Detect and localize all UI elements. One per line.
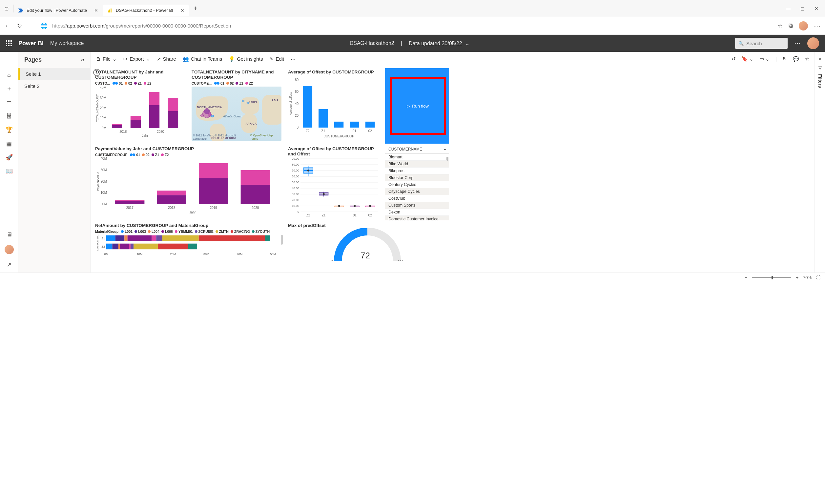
bookmark-icon[interactable]: 🔖 ⌄ bbox=[742, 56, 753, 62]
search-icon: 🔍 bbox=[738, 41, 744, 46]
share-button[interactable]: ↗Share bbox=[157, 56, 176, 62]
svg-text:Average of Offest: Average of Offest bbox=[289, 92, 292, 115]
visual-focus-icon[interactable]: ⟲ bbox=[93, 69, 100, 76]
svg-text:50.00: 50.00 bbox=[292, 181, 299, 184]
url-field[interactable]: 🌐 https://app.powerbi.com/groups/me/repo… bbox=[41, 22, 771, 29]
window-maximize-button[interactable]: ▢ bbox=[801, 6, 805, 11]
goals-icon[interactable]: 🏆 bbox=[6, 127, 12, 133]
favorite-star-icon[interactable]: ☆ bbox=[805, 56, 809, 62]
svg-rect-14 bbox=[131, 116, 141, 120]
workspace-label[interactable]: My workspace bbox=[50, 40, 84, 46]
tile-netamount-hbar[interactable]: NetAmount by CUSTOMERGROUP and MaterialG… bbox=[92, 222, 284, 261]
list-item[interactable]: Bigmart bbox=[385, 154, 449, 161]
datahub-icon[interactable]: 🗄 bbox=[6, 113, 12, 119]
fit-to-page-icon[interactable]: ⛶ bbox=[816, 275, 820, 280]
zoom-slider[interactable] bbox=[752, 277, 791, 278]
settings-menu-icon[interactable]: ⋯ bbox=[814, 22, 820, 30]
list-item[interactable]: CostClub bbox=[385, 195, 449, 202]
status-bar: − + 70% ⛶ bbox=[0, 272, 825, 282]
chat-teams-button[interactable]: 👥Chat in Teams bbox=[183, 56, 222, 62]
workspaces-icon[interactable]: 🖥 bbox=[6, 231, 12, 238]
svg-rect-118 bbox=[134, 244, 158, 250]
list-item[interactable]: Bluestar Corp bbox=[385, 174, 449, 181]
list-item[interactable]: Bike World bbox=[385, 161, 449, 168]
export-menu[interactable]: ↦Export ⌄ bbox=[123, 56, 150, 62]
svg-text:10.00: 10.00 bbox=[292, 204, 299, 207]
run-flow-button[interactable]: ▷ Run flow bbox=[407, 104, 429, 108]
collections-icon[interactable]: ⧉ bbox=[789, 22, 793, 29]
svg-rect-119 bbox=[158, 244, 188, 250]
back-button[interactable]: ← bbox=[5, 22, 11, 29]
home-icon[interactable]: ⌂ bbox=[6, 72, 12, 78]
svg-text:30M: 30M bbox=[100, 96, 106, 100]
tile-customer-list[interactable]: CUSTOMERNAME ▴ BigmartBike WorldBikepros… bbox=[385, 145, 449, 220]
filters-panel-collapsed[interactable]: « ▽ Filters bbox=[815, 52, 825, 272]
map-visual[interactable]: NORTH AMERICA EUROPE ASIA AFRICA SOUTH A… bbox=[192, 87, 282, 141]
close-icon[interactable]: ✕ bbox=[180, 8, 184, 13]
more-options-icon[interactable]: ⋯ bbox=[794, 39, 801, 47]
tile-totalnetamount-jahr[interactable]: TOTALNETAMOUNT by Jahr and CUSTOMERGROUP… bbox=[92, 68, 188, 144]
learn-icon[interactable]: 📖 bbox=[6, 168, 12, 174]
chart-svg: 0M10M20M30M40MPaymentValue20172018201920… bbox=[95, 157, 279, 214]
refresh-button[interactable]: ↻ bbox=[17, 22, 22, 29]
more-toolbar-icon[interactable]: ⋯ bbox=[291, 56, 296, 62]
sort-icon[interactable]: ▴ bbox=[444, 147, 446, 152]
file-menu[interactable]: 🗎File ⌄ bbox=[96, 56, 117, 62]
scrollbar[interactable] bbox=[281, 235, 283, 245]
window-close-button[interactable]: ✕ bbox=[815, 6, 818, 11]
data-updated-dropdown[interactable]: Data updated 30/05/22 ⌄ bbox=[409, 40, 469, 47]
svg-text:90.00: 90.00 bbox=[292, 157, 299, 160]
zoom-in-button[interactable]: + bbox=[796, 275, 799, 280]
svg-marker-0 bbox=[18, 8, 23, 12]
list-item[interactable]: Cityscape Cycles bbox=[385, 188, 449, 195]
close-icon[interactable]: ✕ bbox=[94, 8, 98, 13]
browser-tab-power-bi[interactable]: DSAG-Hackathon2 - Power BI ✕ bbox=[103, 5, 189, 16]
list-item[interactable]: Bikepros bbox=[385, 168, 449, 174]
favorite-icon[interactable]: ☆ bbox=[777, 22, 783, 29]
tile-paymentvalue-jahr[interactable]: PaymentValue by Jahr and CUSTOMERGROUP C… bbox=[92, 145, 284, 220]
get-insights-button[interactable]: 💡Get insights bbox=[229, 56, 263, 62]
deploy-icon[interactable]: 🚀 bbox=[6, 154, 12, 161]
list-item[interactable]: Custom Sports bbox=[385, 202, 449, 209]
search-box[interactable]: 🔍 bbox=[735, 38, 788, 49]
workspace-avatar[interactable] bbox=[5, 245, 14, 254]
create-icon[interactable]: ＋ bbox=[6, 85, 12, 92]
refresh-visuals-icon[interactable]: ↻ bbox=[783, 56, 787, 62]
browser-tab-power-automate[interactable]: Edit your flow | Power Automate ✕ bbox=[13, 5, 103, 16]
window-minimize-button[interactable]: — bbox=[786, 6, 791, 11]
collapse-pages-icon[interactable]: « bbox=[81, 57, 84, 63]
list-item[interactable]: Dexon bbox=[385, 209, 449, 216]
view-icon[interactable]: ▭ ⌄ bbox=[759, 56, 769, 62]
expand-filters-icon[interactable]: « bbox=[819, 57, 821, 61]
apps-icon[interactable]: ▦ bbox=[6, 140, 12, 147]
zoom-out-button[interactable]: − bbox=[745, 275, 748, 280]
list-item[interactable]: Domestic Customer Invoice List bbox=[385, 216, 449, 220]
page-item[interactable]: Seite 1 bbox=[18, 68, 90, 80]
svg-rect-1 bbox=[108, 10, 109, 12]
scrollbar[interactable] bbox=[446, 157, 448, 219]
account-avatar[interactable] bbox=[807, 37, 819, 49]
svg-text:10M: 10M bbox=[101, 191, 107, 194]
expand-icon[interactable]: ↗ bbox=[6, 261, 12, 268]
svg-point-93 bbox=[354, 205, 356, 207]
tile-avg-offest-cg[interactable]: Average of Offest by CUSTOMERGROUP 02040… bbox=[285, 68, 384, 144]
tile-run-flow[interactable]: ▷ Run flow bbox=[385, 68, 449, 144]
sidebar-toggle-icon[interactable]: ▢ bbox=[5, 6, 8, 11]
edit-button[interactable]: ✎Edit bbox=[269, 56, 284, 62]
svg-text:80.00: 80.00 bbox=[292, 163, 299, 166]
profile-avatar[interactable] bbox=[799, 21, 808, 30]
menu-icon[interactable]: ≡ bbox=[6, 58, 12, 64]
new-tab-button[interactable]: + bbox=[194, 5, 198, 12]
column-header[interactable]: CUSTOMERNAME bbox=[388, 147, 422, 152]
browse-icon[interactable]: 🗀 bbox=[6, 99, 12, 106]
svg-text:01: 01 bbox=[353, 214, 357, 217]
tile-boxplot[interactable]: Average of Offest by CUSTOMERGROUP and O… bbox=[285, 145, 384, 220]
tile-map[interactable]: TOTALNETAMOUNT by CITYNAME and CUSTOMERG… bbox=[189, 68, 284, 144]
reset-icon[interactable]: ↺ bbox=[732, 56, 736, 62]
comment-icon[interactable]: 💬 bbox=[793, 56, 799, 62]
app-launcher-icon[interactable] bbox=[6, 40, 12, 46]
page-item[interactable]: Seite 2 bbox=[18, 80, 90, 92]
search-input[interactable] bbox=[746, 40, 779, 46]
tile-gauge[interactable]: Max of predOffset 0 72 144 bbox=[285, 222, 449, 261]
list-item[interactable]: Century Cycles bbox=[385, 181, 449, 188]
